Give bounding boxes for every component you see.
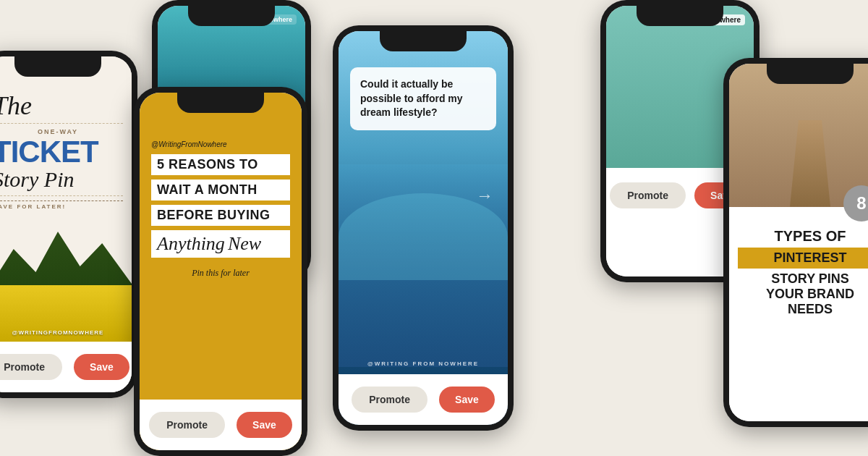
phone1-save-button[interactable]: Save [74, 354, 129, 380]
phone-4: Could it actually be possible to afford … [333, 25, 514, 431]
phone1-handle: @WRITINGFROMNOWHERE [0, 329, 132, 336]
phone-notch-6 [767, 64, 854, 84]
phone3-line4: Anything [157, 233, 225, 254]
phone1-storypin-label: Story Pin [0, 167, 123, 191]
phone3-pin-text: Pin this for later [151, 268, 290, 279]
phone-1: The ONE-WAY TICKET Story Pin SAVE FOR LA… [0, 51, 137, 398]
phone3-handle: @WritingFromNowhere [151, 140, 290, 148]
phone3-line1: 5 REASONS TO [157, 157, 258, 172]
phone5-promote-button[interactable]: Promote [610, 182, 686, 208]
phone4-promote-button[interactable]: Promote [352, 387, 427, 413]
phone3-promote-button[interactable]: Promote [149, 412, 225, 438]
phone-notch-4 [380, 31, 467, 51]
phone6-story: STORY PINS [738, 271, 868, 287]
phone6-types-of: TYPES OF [738, 227, 868, 245]
phone-notch-2 [188, 6, 275, 26]
phone-3: @WritingFromNowhere 5 REASONS TO WAIT A … [134, 87, 307, 456]
phone6-needs: NEEDS [738, 302, 868, 317]
phone1-savefor-label: SAVE FOR LATER! [0, 200, 123, 210]
phone4-handle: @WRITING FROM NOWHERE [339, 360, 508, 367]
phone3-line2: WAIT A MONTH [157, 182, 258, 197]
phone-6: 8 TYPES OF PINTEREST STORY PINS YOUR BRA… [723, 58, 868, 427]
phone3-save-button[interactable]: Save [237, 412, 292, 438]
phone1-promote-button[interactable]: Promote [0, 354, 62, 380]
phone4-save-button[interactable]: Save [439, 387, 495, 413]
phone1-ticket-label: TICKET [0, 137, 123, 167]
phone-notch-3 [177, 93, 264, 113]
phone3-line3: BEFORE BUYING [157, 208, 271, 222]
phone-notch-5 [637, 6, 723, 26]
phone1-the-label: The [0, 93, 123, 119]
phone6-brand: YOUR BRAND [738, 287, 868, 302]
phone6-pinterest: PINTEREST [738, 248, 868, 269]
phone4-speech-bubble: Could it actually be possible to afford … [350, 67, 496, 130]
phone-notch-1 [14, 56, 101, 77]
phone4-speech-text: Could it actually be possible to afford … [360, 77, 486, 120]
phone3-line5: New [228, 233, 261, 254]
